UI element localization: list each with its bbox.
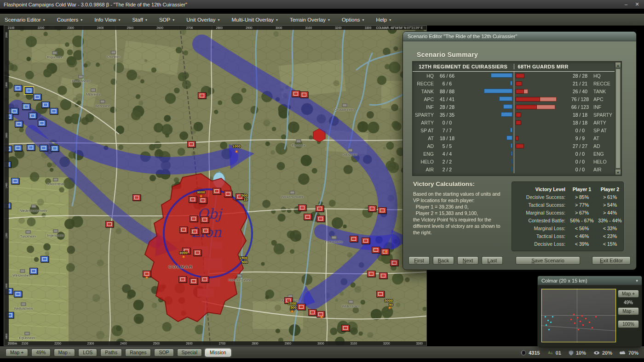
victory-level-label: Contested Battle: [516, 218, 568, 223]
first-button[interactable]: First [408, 256, 430, 265]
dialog-titlebar[interactable]: Scenario Editor "The Ride of the 12th Cu… [403, 32, 636, 41]
minimap-viewport-frame[interactable] [541, 289, 616, 342]
unit-counter-blue[interactable] [51, 145, 59, 152]
unit-counter-red[interactable] [132, 194, 141, 201]
unit-counter-red[interactable] [201, 227, 210, 234]
unit-counter-red[interactable] [201, 276, 209, 283]
minimap-zoom-out-button[interactable]: Map - [618, 307, 639, 315]
minimap-canvas[interactable] [541, 288, 616, 343]
unit-counter-blue[interactable] [40, 256, 49, 262]
unit-counter-blue[interactable] [14, 145, 22, 151]
unit-counter-red[interactable] [341, 325, 350, 331]
unit-counter-red[interactable] [308, 309, 316, 316]
unit-counter-blue[interactable] [29, 268, 38, 274]
menu-info-view[interactable]: Info View▾ [94, 17, 120, 23]
unit-counter-red[interactable] [178, 276, 187, 283]
unit-counter-red[interactable] [193, 249, 201, 256]
unit-counter-red[interactable] [372, 247, 380, 253]
unit-counter-red[interactable] [224, 191, 232, 197]
unit-counter-red[interactable] [190, 278, 198, 284]
los-button[interactable]: LOS [78, 349, 97, 356]
menu-options[interactable]: Options▾ [342, 17, 364, 23]
unit-counter-red[interactable] [292, 90, 300, 97]
save-scenario-button[interactable]: Save Scenario [516, 256, 580, 265]
unit-counter-red[interactable] [304, 214, 312, 220]
unit-counter-red[interactable] [378, 207, 386, 214]
minimap-zoom-in-button[interactable]: Map + [618, 290, 639, 298]
player2-threshold: > 44% [596, 210, 624, 215]
close-button[interactable]: ✕ [634, 1, 640, 7]
minimap-titlebar[interactable]: Colmar (20 x 15 km) ▾ [538, 276, 642, 285]
unit-counter-red[interactable] [189, 196, 197, 203]
exit-editor-button[interactable]: Exit Editor [592, 256, 631, 265]
unit-counter-red[interactable] [390, 260, 398, 266]
unit-counter-red[interactable] [367, 271, 375, 277]
unit-counter-red[interactable] [297, 304, 305, 310]
minimap-full-zoom-button[interactable]: 100% [618, 320, 639, 328]
unit-counter-red[interactable] [201, 216, 209, 223]
scrollbar-up-button[interactable]: ▲ [615, 62, 621, 68]
unit-counter-red[interactable] [198, 92, 206, 99]
back-button[interactable]: Back [433, 256, 454, 265]
map-zoom-out-button[interactable]: Map - [54, 349, 75, 356]
unit-counter-red[interactable] [379, 272, 387, 279]
unit-counter-red[interactable] [190, 215, 198, 222]
menu-staff[interactable]: Staff▾ [132, 17, 147, 23]
unit-counter-red[interactable] [179, 226, 188, 233]
unit-counter-blue[interactable] [14, 85, 22, 91]
unit-counter-blue[interactable] [15, 121, 23, 127]
paths-button[interactable]: Paths [100, 349, 122, 356]
special-button[interactable]: Special [177, 349, 202, 356]
unit-counter-blue[interactable] [27, 144, 35, 151]
unit-counter-red[interactable] [300, 91, 308, 98]
unit-counter-red[interactable] [362, 238, 370, 244]
mission-button[interactable]: Mission [205, 349, 231, 356]
player1-strength-value: 18 / 18 [434, 136, 460, 141]
unit-counter-red[interactable] [350, 236, 358, 242]
scrollbar-down-button[interactable]: ▼ [615, 169, 621, 175]
unit-counter-red[interactable] [316, 215, 325, 222]
minimize-button[interactable]: – [623, 1, 629, 7]
map-viewport[interactable]: Obj Lion RiquewihrOstheimBeblenheimMitte… [4, 25, 427, 346]
menu-unit-overlay[interactable]: Unit Overlay▾ [186, 17, 219, 23]
scrollbar[interactable]: ▲ ▼ [615, 62, 621, 175]
player1-strength-value: 5 / 5 [434, 143, 460, 149]
scrollbar-thumb[interactable] [615, 68, 621, 169]
unit-counter-blue[interactable] [22, 103, 30, 110]
unit-counter-red[interactable] [213, 188, 221, 194]
map-zoom-in-button[interactable]: Map + [6, 349, 28, 356]
menu-multi-unit-overlay[interactable]: Multi-Unit Overlay▾ [232, 17, 278, 23]
town-label: Wettolsheim [14, 303, 33, 311]
unit-counter-blue[interactable] [25, 87, 33, 94]
unit-counter-red[interactable] [105, 221, 114, 227]
unit-counter-red[interactable] [298, 204, 306, 211]
menu-terrain-overlay[interactable]: Terrain Overlay▾ [290, 17, 330, 23]
unit-counter-blue[interactable] [38, 120, 46, 126]
unit-counter-blue[interactable] [50, 108, 58, 114]
unit-counter-red[interactable] [376, 291, 385, 297]
unit-counter-red[interactable] [187, 141, 196, 147]
menu-counters[interactable]: Counters▾ [57, 17, 83, 23]
unit-counter-blue[interactable] [14, 291, 22, 297]
unit-counter-blue[interactable] [29, 113, 37, 119]
menu-sop[interactable]: SOP▾ [159, 17, 174, 23]
unit-counter-red[interactable] [316, 205, 324, 212]
menu-scenario-editor[interactable]: Scenario Editor▾ [5, 17, 45, 23]
ranges-button[interactable]: Ranges [125, 349, 151, 356]
next-button[interactable]: Next [457, 256, 478, 265]
player1-strength-bar [460, 165, 514, 173]
map-zoom-level-label[interactable]: 49% [31, 349, 50, 356]
unit-counter-blue[interactable] [33, 94, 41, 100]
unit-counter-red[interactable] [368, 205, 376, 212]
menu-help[interactable]: Help▾ [376, 17, 391, 23]
unit-row: ENG4 / 40 / 0ENG [413, 150, 615, 158]
unit-counter-blue[interactable] [40, 145, 48, 151]
collapse-icon[interactable]: ▾ [636, 278, 638, 283]
unit-counter-blue[interactable] [41, 102, 50, 108]
unit-counter-blue[interactable] [11, 178, 19, 184]
unit-counter-red[interactable] [190, 228, 199, 235]
last-button[interactable]: Last [482, 256, 503, 265]
ruler-bottom: 2000m 2100220023002400250026002700280029… [4, 341, 426, 345]
sop-button[interactable]: SOP [154, 349, 173, 356]
player2-threshold: < 15% [596, 241, 624, 247]
